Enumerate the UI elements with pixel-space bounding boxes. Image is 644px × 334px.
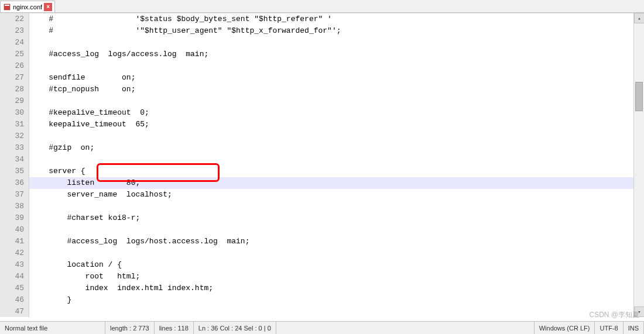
status-bar: Normal text file length : 2 773 lines : … <box>0 321 644 334</box>
status-lines: lines : 118 <box>155 322 194 334</box>
scroll-up-arrow-icon[interactable]: ▴ <box>634 13 644 23</box>
code-line[interactable]: #keepalive_timeout 0; <box>29 107 644 119</box>
code-line[interactable]: #gzip on; <box>29 142 644 154</box>
line-number: 36 <box>0 177 24 189</box>
code-line[interactable]: sendfile on; <box>29 72 644 84</box>
line-number: 37 <box>0 189 24 201</box>
code-line[interactable] <box>29 201 644 212</box>
line-number: 26 <box>0 60 24 72</box>
line-number: 39 <box>0 212 24 224</box>
status-eol: Windows (CR LF) <box>535 322 595 334</box>
code-line[interactable]: #tcp_nopush on; <box>29 84 644 95</box>
line-number: 31 <box>0 119 24 130</box>
line-number: 23 <box>0 25 24 37</box>
vertical-scrollbar[interactable]: ▴ ▾ <box>633 13 644 317</box>
line-number: 29 <box>0 95 24 107</box>
tab-filename: nginx.conf <box>13 4 42 11</box>
code-line[interactable]: #charset koi8-r; <box>29 212 644 224</box>
line-number: 25 <box>0 49 24 60</box>
status-length: length : 2 773 <box>105 322 155 334</box>
line-number: 47 <box>0 306 24 318</box>
status-mode: INS <box>624 322 644 334</box>
code-line[interactable] <box>29 37 644 49</box>
line-number: 44 <box>0 271 24 283</box>
svg-rect-1 <box>5 5 9 6</box>
code-line[interactable]: # '"$http_user_agent" "$http_x_forwarded… <box>29 25 644 37</box>
line-number: 41 <box>0 236 24 247</box>
file-tab[interactable]: nginx.conf × <box>0 1 55 12</box>
scrollbar-thumb[interactable] <box>635 82 643 111</box>
code-line[interactable] <box>29 306 644 317</box>
line-number: 32 <box>0 130 24 142</box>
code-line[interactable] <box>29 224 644 236</box>
code-area[interactable]: # '$status $body_bytes_sent "$http_refer… <box>29 13 644 317</box>
code-line[interactable]: # '$status $body_bytes_sent "$http_refer… <box>29 13 644 25</box>
line-number: 45 <box>0 283 24 294</box>
file-modified-icon <box>3 3 11 11</box>
editor: 2223242526272829303132333435363738394041… <box>0 13 644 317</box>
code-line[interactable]: location / { <box>29 259 644 271</box>
code-line[interactable]: server { <box>29 166 644 177</box>
line-number: 42 <box>0 247 24 259</box>
line-number: 30 <box>0 107 24 119</box>
scrollbar-track[interactable] <box>634 23 644 307</box>
tab-bar: nginx.conf × <box>0 0 644 13</box>
code-line[interactable] <box>29 247 644 259</box>
line-number: 22 <box>0 13 24 25</box>
line-number-gutter: 2223242526272829303132333435363738394041… <box>0 13 29 317</box>
scroll-down-arrow-icon[interactable]: ▾ <box>634 307 644 317</box>
code-line[interactable]: index index.html index.htm; <box>29 283 644 294</box>
line-number: 38 <box>0 201 24 212</box>
status-encoding: UTF-8 <box>595 322 623 334</box>
code-line[interactable] <box>29 95 644 107</box>
line-number: 27 <box>0 72 24 84</box>
code-line[interactable]: #access_log logs/host.access.log main; <box>29 236 644 247</box>
line-number: 40 <box>0 224 24 236</box>
line-number: 46 <box>0 294 24 306</box>
status-position: Ln : 36 Col : 24 Sel : 0 | 0 <box>194 322 276 334</box>
code-line[interactable] <box>29 130 644 142</box>
code-line[interactable] <box>29 60 644 72</box>
line-number: 24 <box>0 37 24 49</box>
code-line[interactable]: keepalive_timeout 65; <box>29 119 644 130</box>
code-line[interactable]: listen 80; <box>29 177 644 189</box>
code-line[interactable]: } <box>29 294 644 306</box>
code-line[interactable] <box>29 154 644 166</box>
line-number: 33 <box>0 142 24 154</box>
code-line[interactable]: server_name localhost; <box>29 189 644 201</box>
line-number: 43 <box>0 259 24 271</box>
status-filetype: Normal text file <box>0 322 105 334</box>
line-number: 28 <box>0 84 24 95</box>
line-number: 34 <box>0 154 24 166</box>
code-line[interactable]: #access_log logs/access.log main; <box>29 49 644 60</box>
line-number: 35 <box>0 166 24 177</box>
close-icon[interactable]: × <box>44 3 52 11</box>
code-line[interactable]: root html; <box>29 271 644 283</box>
